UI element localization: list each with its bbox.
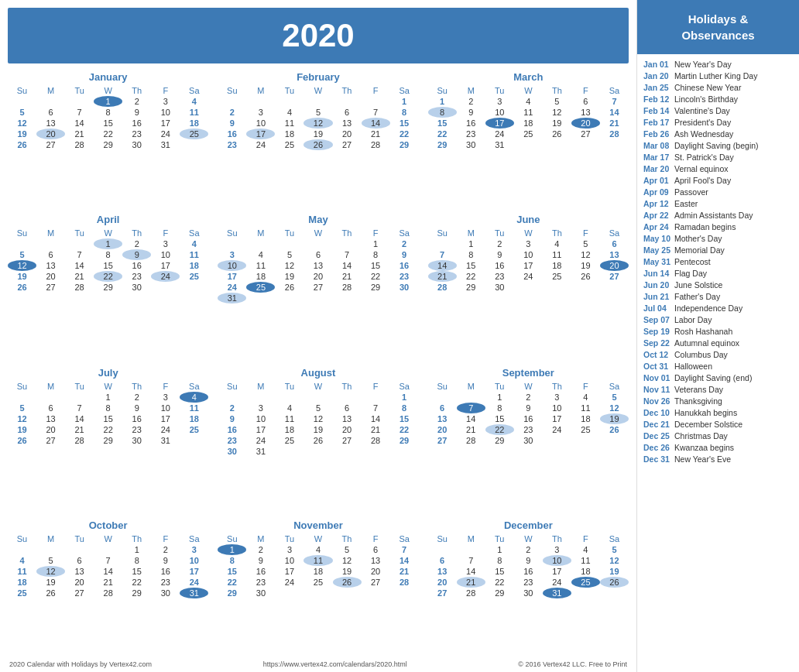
months-grid: JanuarySuMTuWThFSa1234567891011121314151… [8,71,629,656]
holiday-date: Dec 25 [643,431,671,441]
calendar-day: 17 [151,260,180,271]
calendar-day: 21 [362,424,390,435]
holiday-name: Autumnal equinox [674,338,739,348]
holiday-name: Passover [674,187,708,197]
calendar-day: 30 [390,282,419,293]
calendar-day: 12 [8,413,36,424]
calendar-day: 3 [151,238,180,249]
calendar-day: 17 [543,566,571,577]
calendar-day: 4 [571,392,600,403]
calendar-day: 23 [218,139,246,150]
month-table: SuMTuWThFSa12345678910111213141516171819… [218,85,418,150]
calendar-day: 26 [571,271,600,282]
calendar-day: 11 [543,249,571,260]
calendar-day: 25 [180,129,208,139]
list-item: Sep 07Labor Day [643,314,793,325]
holiday-date: Apr 24 [643,222,671,231]
calendar-day [457,392,485,403]
calendar-day [362,446,390,457]
calendar-day: 12 [303,118,332,129]
calendar-day [428,544,457,555]
calendar-day: 30 [457,139,485,150]
calendar-day: 11 [275,413,303,424]
holiday-name: Vernal equinox [674,164,728,173]
calendar-day: 29 [390,435,419,446]
holiday-name: Daylight Saving (begin) [674,141,759,150]
calendar-day [180,139,208,150]
calendar-day [180,282,208,293]
calendar-day: 3 [151,392,180,403]
month-block: NovemberSuMTuWThFSa123456789101112131415… [218,519,418,656]
calendar-day [428,392,457,403]
calendar-day: 30 [122,282,151,293]
calendar-day: 27 [428,588,457,598]
calendar-day: 16 [246,566,275,577]
calendar-day: 15 [390,118,419,129]
calendar-day [571,435,600,446]
month-block: JuneSuMTuWThFSa1234567891011121314151617… [428,214,629,361]
calendar-day: 24 [246,435,275,446]
calendar-day: 14 [457,413,485,424]
calendar-day [8,238,36,249]
calendar-day: 9 [218,118,246,129]
calendar-day: 28 [65,282,94,293]
month-name: August [218,367,418,379]
month-name: November [218,519,418,531]
calendar-day: 13 [36,118,65,129]
calendar-day: 20 [600,260,629,271]
holiday-name: Father's Day [674,292,720,301]
calendar-day: 21 [600,118,629,129]
calendar-day: 27 [333,435,362,446]
calendar-day: 4 [514,96,543,107]
calendar-day: 20 [303,271,332,282]
holiday-name: New Year's Eve [674,454,731,464]
weekday-header: Tu [485,228,514,238]
calendar-day: 30 [246,588,275,598]
calendar-day [8,544,36,555]
calendar-day: 28 [65,139,94,150]
holiday-date: Dec 31 [643,454,671,464]
month-name: June [428,214,629,225]
list-item: Mar 08Daylight Saving (begin) [643,140,793,151]
calendar-day: 16 [390,260,419,271]
calendar-day: 17 [246,424,275,435]
calendar-day: 17 [218,271,246,282]
month-block: SeptemberSuMTuWThFSa12345678910111213141… [428,367,629,514]
calendar-day [600,282,629,293]
calendar-day: 20 [571,118,600,129]
calendar-day [275,96,303,107]
calendar-day: 10 [514,249,543,260]
calendar-day [275,446,303,457]
calendar-day: 4 [571,544,600,555]
calendar-day: 2 [485,238,514,249]
holiday-date: Sep 22 [643,338,671,348]
calendar-day: 19 [543,118,571,129]
weekday-header: W [94,228,122,238]
calendar-day: 11 [180,107,208,118]
calendar-day: 21 [65,129,94,139]
calendar-day: 19 [600,413,629,424]
calendar-day: 21 [65,424,94,435]
calendar-day: 16 [514,566,543,577]
weekday-header: Tu [485,85,514,96]
calendar-day: 12 [303,413,332,424]
calendar-day: 28 [94,588,122,598]
holiday-date: Apr 12 [643,199,671,208]
weekday-header: Sa [600,381,629,392]
calendar-day: 25 [571,577,600,588]
holiday-date: Nov 11 [643,385,671,394]
calendar-day: 23 [485,271,514,282]
calendar-day [600,435,629,446]
holiday-name: Martin Luther King Day [674,71,757,81]
calendar-day: 5 [600,392,629,403]
calendar-day: 23 [218,435,246,446]
calendar-day: 24 [514,271,543,282]
weekday-header: M [246,533,275,544]
month-block: FebruarySuMTuWThFSa123456789101112131415… [218,71,418,207]
holiday-name: Daylight Saving (end) [674,373,752,382]
calendar-day: 1 [94,96,122,107]
calendar-day: 9 [457,107,485,118]
weekday-header: Su [8,85,36,96]
calendar-day: 7 [65,403,94,413]
month-table: SuMTuWThFSa12345678910111213141516171819… [218,381,418,457]
